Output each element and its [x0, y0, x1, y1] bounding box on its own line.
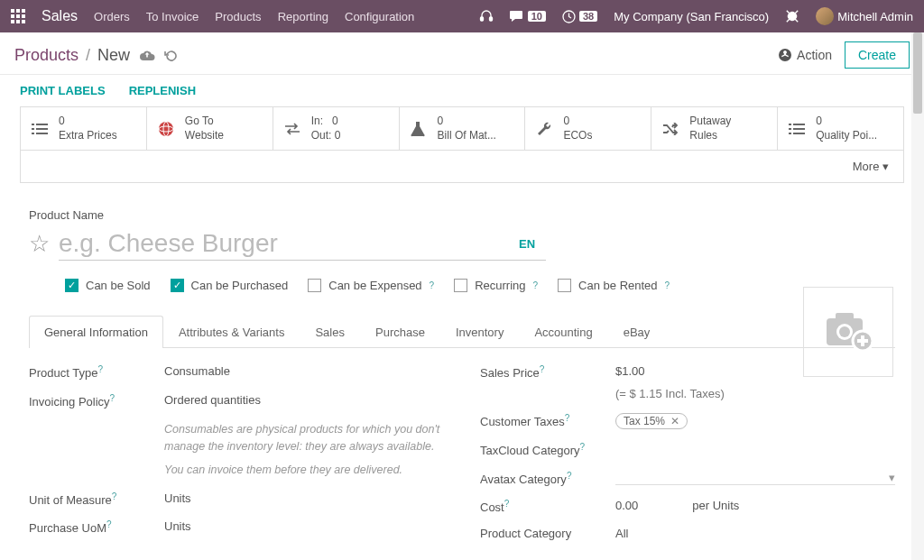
avatax-label: Avatax Category [480, 473, 567, 486]
help-icon[interactable]: ? [533, 280, 539, 290]
tab-inventory[interactable]: Inventory [440, 316, 519, 348]
svg-point-9 [159, 122, 173, 136]
uom-label: Unit of Measure [29, 493, 112, 507]
brand[interactable]: Sales [42, 8, 78, 24]
tax-tag[interactable]: Tax 15%✕ [615, 413, 688, 429]
list-icon [32, 123, 50, 135]
checkbox-icon [558, 279, 571, 292]
product-type-value[interactable]: Consumable [164, 364, 444, 378]
stat-quality[interactable]: 0Quality Poi... [778, 107, 903, 150]
form-area: Product Name ☆ EN ✓Can be Sold ✓Can be P… [20, 183, 904, 553]
nav-orders[interactable]: Orders [94, 10, 130, 23]
check-can-be-sold[interactable]: ✓Can be Sold [65, 279, 151, 292]
breadcrumb-separator: / [86, 46, 90, 65]
uom-value[interactable]: Units [164, 491, 444, 505]
avatar [816, 7, 834, 25]
tab-sales[interactable]: Sales [300, 316, 360, 348]
invoicing-policy-value[interactable]: Ordered quantities [164, 393, 444, 407]
customer-taxes-label: Customer Taxes [480, 416, 565, 429]
nav-configuration[interactable]: Configuration [345, 10, 414, 23]
stat-in-out[interactable]: In: 0 Out: 0 [273, 107, 400, 150]
tab-attributes-variants[interactable]: Attributes & Variants [163, 316, 300, 348]
nav-reporting[interactable]: Reporting [278, 10, 328, 23]
language-badge[interactable]: EN [519, 237, 535, 251]
scroll-thumb[interactable] [913, 32, 922, 114]
help-icon[interactable]: ? [540, 364, 545, 374]
list-icon [789, 123, 807, 135]
breadcrumb-root[interactable]: Products [14, 46, 79, 65]
breadcrumb: Products / New [14, 46, 130, 65]
stat-bom[interactable]: 0Bill Of Mat... [400, 107, 526, 150]
debug-icon[interactable] [785, 9, 799, 23]
invoicing-policy-label: Invoicing Policy [29, 395, 110, 409]
help-icon[interactable]: ? [112, 491, 117, 501]
stat-website[interactable]: Go ToWebsite [147, 107, 273, 150]
company-switcher[interactable]: My Company (San Francisco) [614, 10, 769, 23]
discard-icon[interactable] [164, 49, 179, 61]
globe-icon [158, 121, 176, 137]
svg-rect-16 [793, 128, 805, 130]
purchase-uom-label: Purchase UoM [29, 522, 106, 536]
nav-to-invoice[interactable]: To Invoice [146, 10, 199, 23]
product-name-label: Product Name [29, 208, 895, 222]
product-category-label: Product Category [480, 527, 615, 540]
tab-purchase[interactable]: Purchase [360, 316, 440, 348]
help-icon[interactable]: ? [565, 413, 570, 423]
user-menu[interactable]: Mitchell Admin [816, 7, 913, 25]
tab-ebay[interactable]: eBay [608, 316, 666, 348]
stat-bar: 0Extra Prices Go ToWebsite In: 0 Out: 0 … [20, 106, 904, 151]
avatax-value[interactable]: ▾ [615, 471, 895, 485]
svg-rect-24 [857, 339, 868, 343]
help-icon[interactable]: ? [97, 364, 103, 374]
action-dropdown[interactable]: Action [779, 48, 832, 62]
replenish-button[interactable]: REPLENISH [129, 84, 196, 97]
activities-icon[interactable]: 38 [562, 10, 597, 23]
scrollbar[interactable] [911, 32, 924, 560]
taxcloud-label: TaxCloud Category [480, 445, 580, 458]
remove-tax-icon[interactable]: ✕ [670, 415, 679, 427]
stat-ecos[interactable]: 0ECOs [525, 107, 651, 150]
topnav: Sales Orders To Invoice Products Reporti… [0, 0, 924, 32]
cost-label: Cost [480, 500, 504, 514]
product-flags: ✓Can be Sold ✓Can be Purchased Can be Ex… [65, 279, 895, 292]
svg-rect-7 [36, 128, 48, 130]
favorite-star-icon[interactable]: ☆ [29, 230, 50, 258]
svg-rect-6 [36, 124, 48, 125]
tab-accounting[interactable]: Accounting [519, 316, 607, 348]
product-name-input[interactable] [59, 227, 546, 261]
help-icon[interactable]: ? [110, 393, 116, 403]
check-recurring[interactable]: Recurring? [454, 279, 538, 292]
product-category-value[interactable]: All [615, 527, 895, 540]
help-icon[interactable]: ? [665, 280, 670, 290]
check-can-be-expensed[interactable]: Can be Expensed? [308, 279, 434, 292]
help-icon[interactable]: ? [430, 280, 435, 290]
product-type-label: Product Type [29, 367, 97, 381]
create-button[interactable]: Create [845, 41, 910, 69]
help-icon[interactable]: ? [504, 499, 510, 509]
apps-icon[interactable] [11, 9, 25, 23]
tabs: General Information Attributes & Variant… [29, 316, 895, 348]
subheader: Products / New Action Create [0, 32, 924, 75]
cloud-save-icon[interactable] [139, 49, 155, 61]
help-icon[interactable]: ? [580, 442, 586, 452]
consumable-hint-1: Consumables are physical products for wh… [164, 421, 444, 455]
nav-products[interactable]: Products [215, 10, 261, 23]
cost-value[interactable]: 0.00 [615, 499, 638, 512]
help-icon[interactable]: ? [567, 471, 572, 481]
stat-extra-prices[interactable]: 0Extra Prices [21, 107, 147, 150]
consumable-hint-2: You can invoice them before they are del… [164, 462, 444, 479]
svg-rect-0 [480, 17, 483, 21]
support-icon[interactable] [479, 10, 494, 23]
product-image-upload[interactable] [803, 287, 893, 377]
purchase-uom-value[interactable]: Units [164, 519, 444, 533]
stat-more[interactable]: More ▾ [20, 151, 904, 183]
checkbox-icon: ✓ [171, 279, 184, 292]
messages-icon[interactable]: 10 [510, 10, 546, 23]
check-can-be-purchased[interactable]: ✓Can be Purchased [171, 279, 289, 292]
stat-putaway[interactable]: PutawayRules [651, 107, 778, 150]
svg-rect-1 [489, 17, 492, 21]
print-labels-button[interactable]: PRINT LABELS [20, 84, 106, 97]
help-icon[interactable]: ? [106, 519, 112, 529]
tab-general-information[interactable]: General Information [29, 316, 163, 348]
check-can-be-rented[interactable]: Can be Rented? [558, 279, 670, 292]
